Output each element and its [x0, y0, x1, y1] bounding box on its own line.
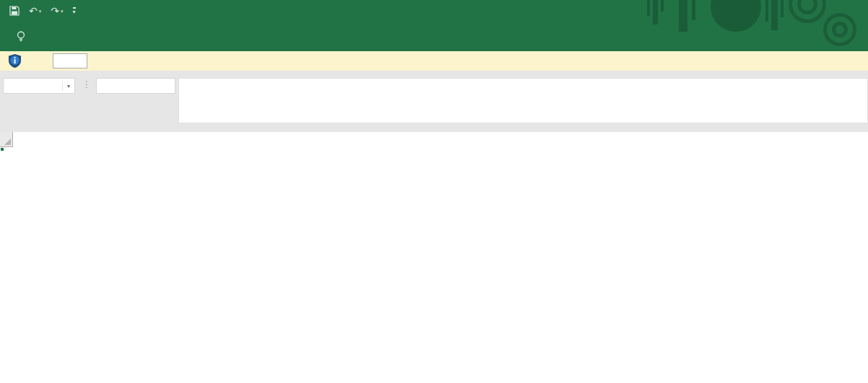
quick-access-toolbar: ↶▾ ↷▾ ▾	[0, 6, 76, 16]
enable-editing-button[interactable]	[53, 53, 87, 69]
name-box[interactable]: ▾	[3, 78, 75, 94]
ribbon-tab-list	[0, 22, 6, 51]
protected-view-banner	[0, 51, 868, 71]
title-bar: ↶▾ ↷▾ ▾	[0, 0, 868, 22]
name-box-dropdown-icon[interactable]: ▾	[62, 81, 74, 91]
column-headers	[0, 132, 13, 147]
redo-dropdown-icon[interactable]: ▾	[61, 9, 64, 14]
ribbon-tabs-row	[0, 22, 868, 51]
undo-icon[interactable]: ↶▾	[29, 6, 41, 16]
selected-cell-outline[interactable]	[0, 147, 3, 150]
app-header: ↶▾ ↷▾ ▾	[0, 0, 868, 51]
undo-dropdown-icon[interactable]: ▾	[39, 9, 42, 14]
worksheet-grid	[0, 132, 868, 383]
formula-bar-row: ▾ ⋮	[0, 71, 868, 132]
save-icon[interactable]	[9, 6, 19, 16]
formula-bar-separator: ⋮	[82, 79, 91, 89]
select-all-button[interactable]	[0, 132, 13, 147]
fill-handle[interactable]	[0, 147, 4, 151]
formula-bar-input[interactable]	[178, 78, 868, 123]
lightbulb-icon	[17, 31, 25, 43]
tell-me-box[interactable]	[17, 31, 30, 43]
formula-bar-buttons	[96, 78, 175, 94]
customize-quick-access-toolbar-icon[interactable]: ▾	[73, 7, 76, 15]
redo-icon[interactable]: ↷▾	[51, 6, 63, 16]
shield-info-icon	[9, 54, 21, 68]
